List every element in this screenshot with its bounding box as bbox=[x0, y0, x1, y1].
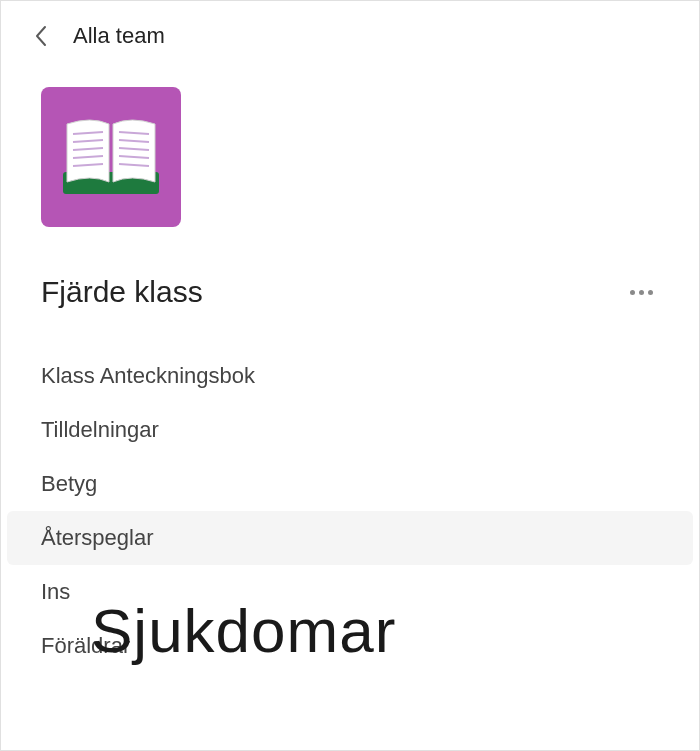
back-button[interactable] bbox=[31, 26, 51, 46]
tab-label: Tilldelningar bbox=[41, 417, 159, 442]
book-icon bbox=[61, 112, 161, 202]
tab-label: Ins bbox=[41, 579, 70, 604]
tab-assignments[interactable]: Tilldelningar bbox=[1, 403, 699, 457]
header-row: Alla team bbox=[1, 1, 699, 69]
tab-label: Återspeglar bbox=[41, 525, 154, 550]
tab-label: Betyg bbox=[41, 471, 97, 496]
channel-tabs-list: Klass Anteckningsbok Tilldelningar Betyg… bbox=[1, 349, 699, 673]
tab-class-notebook[interactable]: Klass Anteckningsbok bbox=[1, 349, 699, 403]
tab-insights[interactable]: Ins bbox=[1, 565, 699, 619]
teams-sidebar-panel: Alla team Fjärde klass Klass An bbox=[0, 0, 700, 751]
dots-icon bbox=[630, 290, 635, 295]
all-teams-label[interactable]: Alla team bbox=[73, 23, 165, 49]
chevron-left-icon bbox=[34, 25, 48, 47]
team-title: Fjärde klass bbox=[41, 275, 203, 309]
team-avatar[interactable] bbox=[41, 87, 181, 227]
tab-grades[interactable]: Betyg bbox=[1, 457, 699, 511]
more-options-button[interactable] bbox=[624, 284, 659, 301]
team-title-row: Fjärde klass bbox=[1, 227, 699, 319]
tab-label: Föräldrar bbox=[41, 633, 130, 658]
tab-parents[interactable]: Föräldrar bbox=[1, 619, 699, 673]
tab-label: Klass Anteckningsbok bbox=[41, 363, 255, 388]
tab-reflect[interactable]: Återspeglar bbox=[7, 511, 693, 565]
